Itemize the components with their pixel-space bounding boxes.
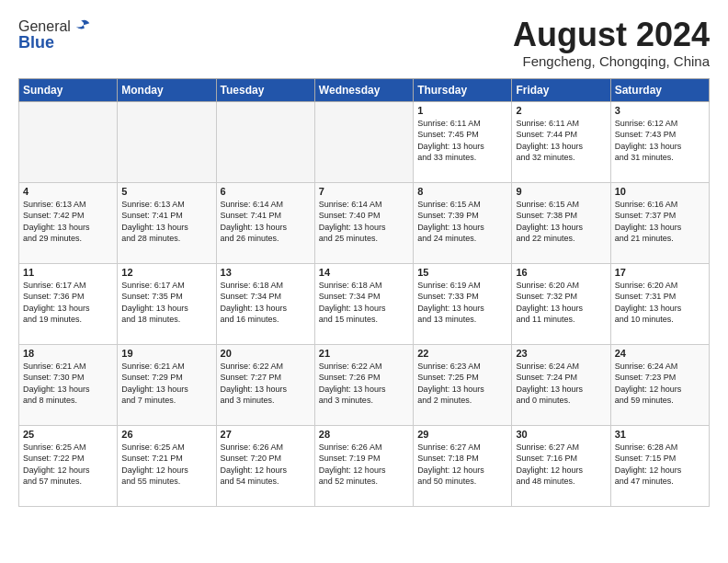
page: General Blue August 2024 Fengcheng, Chon… (0, 0, 728, 518)
day-number: 25 (23, 429, 113, 440)
day-info: Sunrise: 6:15 AM Sunset: 7:39 PM Dayligh… (417, 199, 507, 245)
week-row-5: 25Sunrise: 6:25 AM Sunset: 7:22 PM Dayli… (19, 425, 710, 506)
day-cell: 30Sunrise: 6:27 AM Sunset: 7:16 PM Dayli… (512, 425, 610, 506)
calendar-table: SundayMondayTuesdayWednesdayThursdayFrid… (18, 78, 710, 507)
day-number: 18 (23, 348, 113, 359)
day-info: Sunrise: 6:14 AM Sunset: 7:40 PM Dayligh… (319, 199, 409, 245)
day-number: 27 (221, 429, 311, 440)
day-number: 6 (221, 186, 311, 197)
day-number: 10 (615, 186, 705, 197)
day-number: 5 (121, 186, 211, 197)
day-info: Sunrise: 6:27 AM Sunset: 7:16 PM Dayligh… (516, 442, 606, 488)
day-number: 9 (516, 186, 606, 197)
day-info: Sunrise: 6:22 AM Sunset: 7:26 PM Dayligh… (319, 361, 409, 407)
day-number: 30 (516, 429, 606, 440)
day-cell: 25Sunrise: 6:25 AM Sunset: 7:22 PM Dayli… (19, 425, 118, 506)
day-number: 17 (615, 267, 705, 278)
day-number: 19 (121, 348, 211, 359)
day-info: Sunrise: 6:17 AM Sunset: 7:35 PM Dayligh… (121, 280, 211, 326)
day-cell: 12Sunrise: 6:17 AM Sunset: 7:35 PM Dayli… (118, 263, 216, 344)
title-block: August 2024 Fengcheng, Chongqing, China (513, 17, 710, 69)
weekday-header-tuesday: Tuesday (216, 78, 314, 101)
day-number: 24 (615, 348, 705, 359)
day-number: 12 (121, 267, 211, 278)
day-info: Sunrise: 6:18 AM Sunset: 7:34 PM Dayligh… (221, 280, 311, 326)
day-cell: 6Sunrise: 6:14 AM Sunset: 7:41 PM Daylig… (216, 182, 314, 263)
week-row-2: 4Sunrise: 6:13 AM Sunset: 7:42 PM Daylig… (19, 182, 710, 263)
header: General Blue August 2024 Fengcheng, Chon… (18, 17, 710, 69)
day-cell: 10Sunrise: 6:16 AM Sunset: 7:37 PM Dayli… (610, 182, 709, 263)
day-number: 20 (221, 348, 311, 359)
day-number: 4 (23, 186, 113, 197)
day-cell: 21Sunrise: 6:22 AM Sunset: 7:26 PM Dayli… (314, 344, 413, 425)
day-cell: 13Sunrise: 6:18 AM Sunset: 7:34 PM Dayli… (216, 263, 314, 344)
day-cell: 9Sunrise: 6:15 AM Sunset: 7:38 PM Daylig… (512, 182, 610, 263)
day-cell: 27Sunrise: 6:26 AM Sunset: 7:20 PM Dayli… (216, 425, 314, 506)
day-number: 14 (319, 267, 409, 278)
day-cell: 3Sunrise: 6:12 AM Sunset: 7:43 PM Daylig… (610, 101, 709, 182)
day-info: Sunrise: 6:26 AM Sunset: 7:20 PM Dayligh… (221, 442, 311, 488)
day-info: Sunrise: 6:20 AM Sunset: 7:32 PM Dayligh… (516, 280, 606, 326)
day-info: Sunrise: 6:18 AM Sunset: 7:34 PM Dayligh… (319, 280, 409, 326)
day-info: Sunrise: 6:13 AM Sunset: 7:41 PM Dayligh… (121, 199, 211, 245)
day-info: Sunrise: 6:27 AM Sunset: 7:18 PM Dayligh… (417, 442, 507, 488)
day-info: Sunrise: 6:24 AM Sunset: 7:24 PM Dayligh… (516, 361, 606, 407)
day-info: Sunrise: 6:22 AM Sunset: 7:27 PM Dayligh… (221, 361, 311, 407)
day-number: 23 (516, 348, 606, 359)
day-cell (314, 101, 413, 182)
day-cell: 5Sunrise: 6:13 AM Sunset: 7:41 PM Daylig… (118, 182, 216, 263)
day-info: Sunrise: 6:17 AM Sunset: 7:36 PM Dayligh… (23, 280, 113, 326)
day-info: Sunrise: 6:20 AM Sunset: 7:31 PM Dayligh… (615, 280, 705, 326)
weekday-header-thursday: Thursday (414, 78, 512, 101)
location: Fengcheng, Chongqing, China (513, 53, 710, 69)
day-info: Sunrise: 6:16 AM Sunset: 7:37 PM Dayligh… (615, 199, 705, 245)
day-info: Sunrise: 6:21 AM Sunset: 7:29 PM Dayligh… (121, 361, 211, 407)
day-cell: 14Sunrise: 6:18 AM Sunset: 7:34 PM Dayli… (314, 263, 413, 344)
week-row-4: 18Sunrise: 6:21 AM Sunset: 7:30 PM Dayli… (19, 344, 710, 425)
day-cell (19, 101, 118, 182)
day-cell: 22Sunrise: 6:23 AM Sunset: 7:25 PM Dayli… (414, 344, 512, 425)
day-number: 31 (615, 429, 705, 440)
day-cell: 20Sunrise: 6:22 AM Sunset: 7:27 PM Dayli… (216, 344, 314, 425)
weekday-header-saturday: Saturday (610, 78, 709, 101)
day-info: Sunrise: 6:25 AM Sunset: 7:21 PM Dayligh… (121, 442, 211, 488)
day-info: Sunrise: 6:28 AM Sunset: 7:15 PM Dayligh… (615, 442, 705, 488)
logo-bird-icon (73, 17, 93, 37)
day-info: Sunrise: 6:12 AM Sunset: 7:43 PM Dayligh… (615, 118, 705, 164)
week-row-3: 11Sunrise: 6:17 AM Sunset: 7:36 PM Dayli… (19, 263, 710, 344)
day-info: Sunrise: 6:11 AM Sunset: 7:44 PM Dayligh… (516, 118, 606, 164)
day-number: 1 (417, 105, 507, 116)
day-cell: 28Sunrise: 6:26 AM Sunset: 7:19 PM Dayli… (314, 425, 413, 506)
day-info: Sunrise: 6:13 AM Sunset: 7:42 PM Dayligh… (23, 199, 113, 245)
day-info: Sunrise: 6:21 AM Sunset: 7:30 PM Dayligh… (23, 361, 113, 407)
weekday-header-sunday: Sunday (19, 78, 118, 101)
day-info: Sunrise: 6:23 AM Sunset: 7:25 PM Dayligh… (417, 361, 507, 407)
day-number: 7 (319, 186, 409, 197)
week-row-1: 1Sunrise: 6:11 AM Sunset: 7:45 PM Daylig… (19, 101, 710, 182)
day-cell: 8Sunrise: 6:15 AM Sunset: 7:39 PM Daylig… (414, 182, 512, 263)
day-info: Sunrise: 6:19 AM Sunset: 7:33 PM Dayligh… (417, 280, 507, 326)
month-year: August 2024 (513, 17, 710, 53)
day-number: 2 (516, 105, 606, 116)
day-info: Sunrise: 6:25 AM Sunset: 7:22 PM Dayligh… (23, 442, 113, 488)
day-info: Sunrise: 6:26 AM Sunset: 7:19 PM Dayligh… (319, 442, 409, 488)
day-cell: 23Sunrise: 6:24 AM Sunset: 7:24 PM Dayli… (512, 344, 610, 425)
day-cell: 24Sunrise: 6:24 AM Sunset: 7:23 PM Dayli… (610, 344, 709, 425)
day-number: 3 (615, 105, 705, 116)
day-cell (216, 101, 314, 182)
weekday-header-wednesday: Wednesday (314, 78, 413, 101)
day-cell: 26Sunrise: 6:25 AM Sunset: 7:21 PM Dayli… (118, 425, 216, 506)
day-number: 16 (516, 267, 606, 278)
day-info: Sunrise: 6:14 AM Sunset: 7:41 PM Dayligh… (221, 199, 311, 245)
day-cell: 29Sunrise: 6:27 AM Sunset: 7:18 PM Dayli… (414, 425, 512, 506)
day-cell: 11Sunrise: 6:17 AM Sunset: 7:36 PM Dayli… (19, 263, 118, 344)
day-cell: 31Sunrise: 6:28 AM Sunset: 7:15 PM Dayli… (610, 425, 709, 506)
day-number: 22 (417, 348, 507, 359)
logo: General Blue (18, 17, 93, 52)
day-info: Sunrise: 6:15 AM Sunset: 7:38 PM Dayligh… (516, 199, 606, 245)
day-number: 28 (319, 429, 409, 440)
day-cell: 2Sunrise: 6:11 AM Sunset: 7:44 PM Daylig… (512, 101, 610, 182)
day-cell: 1Sunrise: 6:11 AM Sunset: 7:45 PM Daylig… (414, 101, 512, 182)
day-number: 15 (417, 267, 507, 278)
day-number: 8 (417, 186, 507, 197)
